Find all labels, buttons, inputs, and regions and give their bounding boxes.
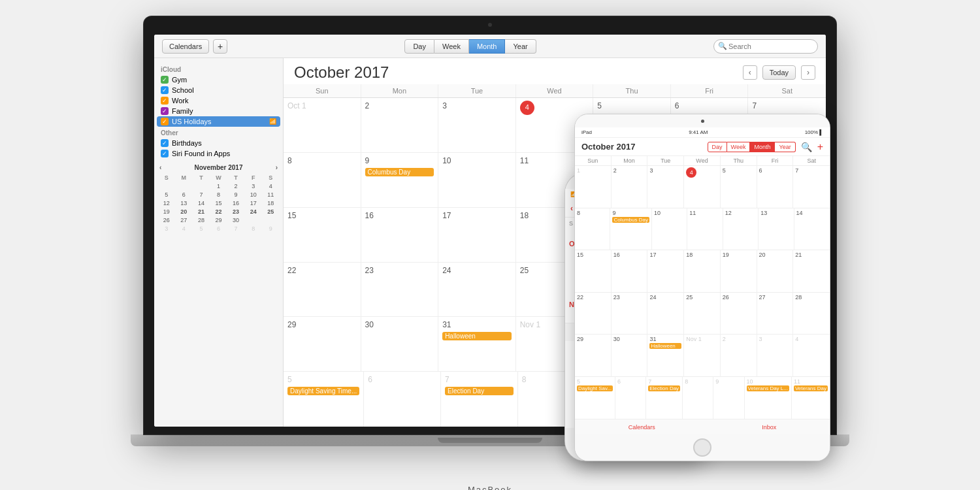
next-month-button[interactable]: › [801, 65, 815, 80]
sidebar-item-school[interactable]: ✓ School [154, 85, 283, 95]
ipad-home-button[interactable] [693, 438, 711, 457]
table-row[interactable]: 9 [713, 377, 744, 419]
table-row[interactable]: 3 [757, 335, 794, 376]
table-row[interactable]: 22 [284, 263, 361, 317]
mini-cell[interactable] [245, 216, 262, 224]
prev-month-button[interactable]: ‹ [743, 65, 757, 80]
mini-cell[interactable]: 14 [193, 199, 210, 207]
table-row[interactable]: 17 [647, 250, 684, 292]
sidebar-item-siri-found-apps[interactable]: ✓ Siri Found in Apps [154, 148, 283, 159]
table-row[interactable]: 5 Daylight Saving Time... [284, 372, 364, 427]
school-checkbox[interactable]: ✓ [161, 86, 169, 94]
ipad-halloween-event[interactable]: Halloween [649, 343, 681, 349]
table-row[interactable]: 23 [361, 263, 439, 317]
table-row[interactable]: 8 [575, 208, 610, 250]
ipad-calendars-btn[interactable]: Calendars [629, 424, 655, 431]
table-row[interactable]: 19 [721, 250, 757, 292]
mini-cell[interactable]: 1 [210, 182, 227, 190]
mini-cell[interactable]: 28 [193, 216, 210, 224]
mini-cell[interactable]: 13 [176, 199, 193, 207]
mini-cell[interactable]: 4 [262, 182, 279, 190]
table-row[interactable]: 3 [647, 166, 684, 208]
mini-cell[interactable]: 10 [245, 191, 262, 199]
mini-cell[interactable]: 18 [262, 199, 279, 207]
table-row[interactable]: 5 Daylight Sav... [575, 377, 615, 419]
mini-cell[interactable]: 26 [158, 216, 175, 224]
table-row[interactable]: 24 [438, 263, 516, 317]
table-row[interactable]: 11 Veterans Day [792, 377, 830, 419]
mini-cell[interactable]: 17 [245, 199, 262, 207]
ipad-year-btn[interactable]: Year [775, 142, 795, 152]
mini-cell[interactable]: 20 [176, 208, 193, 216]
ipad-inbox-btn[interactable]: Inbox [762, 424, 776, 431]
table-row[interactable]: 24 [647, 293, 684, 335]
ipad-day-btn[interactable]: Day [708, 142, 727, 152]
add-calendar-button[interactable]: + [213, 39, 227, 54]
table-row[interactable]: Nov 1 [684, 335, 721, 376]
table-row[interactable]: 15 [575, 250, 612, 292]
mini-cell[interactable]: 3 [245, 182, 262, 190]
mini-cell[interactable]: 7 [227, 225, 244, 233]
gym-checkbox[interactable]: ✓ [161, 76, 169, 84]
sidebar-item-gym[interactable]: ✓ Gym [154, 74, 283, 85]
ipad-search-icon[interactable]: 🔍 [801, 142, 812, 152]
table-row[interactable]: 6 [615, 377, 646, 419]
siri-apps-checkbox[interactable]: ✓ [161, 150, 169, 157]
table-row[interactable]: 30 [361, 317, 439, 371]
table-row[interactable]: 4 [793, 335, 830, 376]
table-row[interactable]: 2 [721, 335, 757, 376]
halloween-event[interactable]: Halloween [442, 332, 512, 340]
mini-cell[interactable]: 22 [210, 208, 227, 216]
mini-cell[interactable]: 19 [158, 208, 175, 216]
election-day-event[interactable]: Election Day [445, 387, 514, 395]
mini-cal-prev[interactable]: ‹ [159, 164, 161, 171]
mini-cell[interactable]: 6 [176, 191, 193, 199]
table-row[interactable]: 7 [793, 166, 830, 208]
table-row[interactable]: 9 Columbus Day [361, 153, 439, 207]
ipad-week-btn[interactable]: Week [727, 142, 751, 152]
mini-cell[interactable] [193, 182, 210, 190]
mini-cell[interactable]: 12 [158, 199, 175, 207]
sidebar-item-birthdays[interactable]: ✓ Birthdays [154, 138, 283, 148]
table-row[interactable]: 11 [687, 208, 723, 250]
mini-cell[interactable]: 8 [245, 225, 262, 233]
table-row[interactable]: 5 [721, 166, 757, 208]
sidebar-item-work[interactable]: ✓ Work [154, 95, 283, 106]
family-checkbox[interactable]: ✓ [161, 107, 169, 115]
table-row[interactable]: 3 [438, 98, 516, 152]
table-row[interactable]: 8 [284, 153, 361, 207]
mini-cell[interactable]: 21 [193, 208, 210, 216]
mini-cell[interactable]: 7 [193, 191, 210, 199]
sidebar-item-us-holidays[interactable]: ✓ US Holidays 📶 [157, 116, 280, 127]
view-week-button[interactable]: Week [434, 39, 469, 54]
ipad-add-icon[interactable]: + [817, 141, 823, 153]
table-row[interactable]: 10 [652, 208, 687, 250]
table-row[interactable]: 6 [757, 166, 794, 208]
mini-cell[interactable] [176, 182, 193, 190]
table-row[interactable]: 16 [612, 250, 648, 292]
table-row[interactable]: 28 [793, 293, 830, 335]
mini-cell[interactable]: 16 [227, 199, 244, 207]
table-row[interactable]: 29 [284, 317, 361, 371]
table-row[interactable]: 31 Halloween [647, 335, 684, 376]
mini-cell[interactable] [262, 216, 279, 224]
mini-cell[interactable]: 25 [262, 208, 279, 216]
table-row[interactable]: 17 [438, 208, 516, 262]
mini-cell[interactable]: 5 [158, 191, 175, 199]
ipad-month-btn[interactable]: Month [750, 142, 775, 152]
mini-cell[interactable]: 2 [227, 182, 244, 190]
table-row[interactable]: 18 [684, 250, 721, 292]
table-row[interactable]: 15 [284, 208, 361, 262]
table-row[interactable]: 30 [612, 335, 648, 376]
mini-cell[interactable]: 9 [227, 191, 244, 199]
ipad-election-event[interactable]: Election Day [648, 385, 680, 391]
table-row[interactable]: 14 [794, 208, 830, 250]
mini-cell[interactable]: 30 [227, 216, 244, 224]
table-row[interactable]: 21 [793, 250, 830, 292]
mini-cell[interactable]: 11 [262, 191, 279, 199]
table-row[interactable]: 29 [575, 335, 612, 376]
table-row[interactable]: 8 [683, 377, 713, 419]
table-row[interactable]: 9 Columbus Day [610, 208, 651, 250]
table-row[interactable]: 13 [759, 208, 794, 250]
mini-cell[interactable] [158, 182, 175, 190]
